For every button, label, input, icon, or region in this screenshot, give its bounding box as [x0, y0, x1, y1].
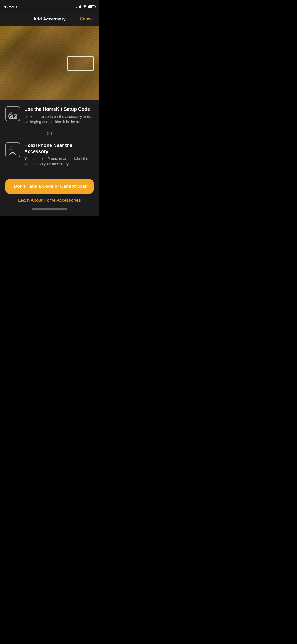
cancel-button[interactable]: Cancel: [80, 16, 94, 22]
scan-rectangle: [67, 56, 94, 71]
svg-rect-6: [15, 116, 16, 117]
nfc-icon: ⌂ 1234 5678: [5, 142, 20, 157]
svg-text:⌂: ⌂: [11, 109, 12, 112]
time-label: 19:59: [4, 5, 14, 9]
nfc-desc: You can hold iPhone near this label if i…: [24, 156, 94, 167]
home-indicator-bar: [32, 208, 67, 210]
nav-title: Add Accessory: [33, 16, 66, 22]
status-icons: [76, 5, 95, 9]
svg-rect-10: [12, 118, 13, 119]
qr-code-icon: ⌂ 1234 5678: [5, 106, 20, 121]
nfc-title: Hold iPhone Near the Accessory: [24, 142, 94, 154]
svg-rect-9: [11, 118, 12, 119]
learn-more-link[interactable]: Learn About Home Accessories: [5, 198, 94, 203]
status-bar: 19:59 ➤: [0, 0, 99, 12]
nfc-text: Hold iPhone Near the Accessory You can h…: [24, 142, 94, 167]
camera-view: [0, 26, 99, 100]
svg-text:⌂: ⌂: [11, 145, 12, 147]
svg-rect-13: [12, 117, 13, 118]
battery-icon: [88, 5, 95, 8]
svg-rect-16: [15, 118, 16, 119]
instruction-homekit: ⌂ 1234 5678: [5, 100, 94, 130]
homekit-desc: Look for the code on the accessory or it…: [24, 114, 94, 125]
status-time: 19:59 ➤: [4, 5, 18, 9]
instructions-section: ⌂ 1234 5678: [0, 100, 99, 173]
home-indicator: [5, 206, 94, 212]
svg-rect-11: [12, 115, 13, 116]
homekit-title: Use the HomeKit Setup Code: [24, 106, 94, 112]
location-icon: ➤: [15, 5, 18, 9]
wifi-icon: [83, 5, 87, 9]
or-label: OR: [47, 131, 52, 136]
svg-text:5678: 5678: [9, 149, 12, 150]
signal-icon: [76, 5, 81, 8]
svg-rect-8: [10, 118, 11, 119]
no-code-button[interactable]: I Don't Have a Code or Cannot Scan: [5, 179, 94, 194]
divider-line-right: [55, 134, 94, 134]
svg-rect-4: [10, 116, 11, 117]
bottom-section: I Don't Have a Code or Cannot Scan Learn…: [0, 173, 99, 216]
svg-rect-12: [12, 116, 13, 117]
divider-line-left: [5, 134, 44, 134]
instruction-nfc: ⌂ 1234 5678 Hold iPhone Near the Accesso…: [5, 137, 94, 173]
nav-bar: Add Accessory Cancel: [0, 12, 99, 26]
svg-rect-15: [14, 118, 15, 119]
or-divider: OR: [5, 130, 94, 137]
svg-text:5678: 5678: [9, 113, 12, 114]
homekit-text: Use the HomeKit Setup Code Look for the …: [24, 106, 94, 125]
svg-rect-7: [9, 118, 10, 119]
svg-rect-17: [16, 118, 17, 119]
svg-rect-14: [13, 118, 14, 119]
